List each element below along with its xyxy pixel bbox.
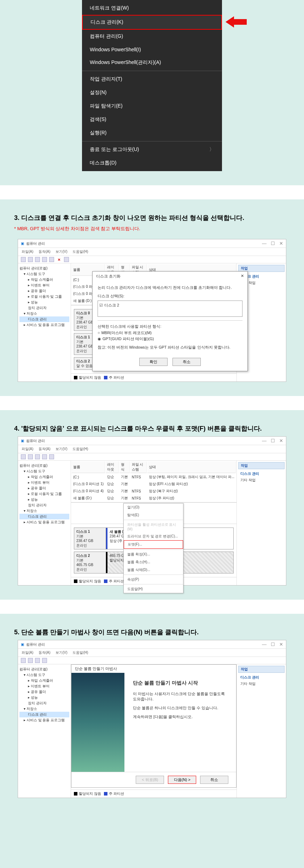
actions-more[interactable]: 기타 작업 xyxy=(238,477,285,483)
ctx-open[interactable]: 열기(O) xyxy=(124,503,183,511)
tree-system-tools[interactable]: ▾ 시스템 도구 xyxy=(19,271,69,277)
next-button[interactable]: 다음(N) > xyxy=(168,776,196,784)
col-volume[interactable]: 볼륨 xyxy=(72,461,105,473)
tree-shared[interactable]: ▸ 공유 폴더 xyxy=(19,485,69,491)
tree-services[interactable]: ▸ 서비스 및 응용 프로그램 xyxy=(19,717,69,723)
tree-users[interactable]: ▸ 로컬 사용자 및 그룹 xyxy=(19,491,69,497)
tree-services[interactable]: ▸ 서비스 및 응용 프로그램 xyxy=(19,322,69,328)
cancel-button[interactable]: 취소 xyxy=(200,776,228,784)
radio-mbr[interactable]: ○MBR(마스터 부트 레코드)(M) xyxy=(98,330,242,336)
col-status[interactable]: 상태 xyxy=(147,461,236,473)
menu-file[interactable]: 파일(A) xyxy=(22,447,33,451)
tree-root[interactable]: 컴퓨터 관리(로컬) xyxy=(19,266,69,271)
tree-scheduler[interactable]: ▸ 작업 스케줄러 xyxy=(19,277,69,282)
maximize-button[interactable]: ☐ xyxy=(271,438,275,443)
tree-eventviewer[interactable]: ▸ 이벤트 뷰어 xyxy=(19,683,69,689)
forward-icon[interactable] xyxy=(28,454,33,459)
menu-action[interactable]: 동작(A) xyxy=(39,651,50,654)
ctx-powershell-admin[interactable]: Windows PowerShell(관리자)(A) xyxy=(82,56,222,69)
tree-eventviewer[interactable]: ▸ 이벤트 뷰어 xyxy=(19,480,69,485)
tree-services[interactable]: ▸ 서비스 및 응용 프로그램 xyxy=(19,519,69,525)
menu-help[interactable]: 도움말(H) xyxy=(72,250,88,254)
menu-action[interactable]: 동작(A) xyxy=(39,250,50,254)
dialog-close-button[interactable]: ✕ xyxy=(241,274,244,279)
tree-users[interactable]: ▸ 로컬 사용자 및 그룹 xyxy=(19,294,69,299)
menu-help[interactable]: 도움말(H) xyxy=(72,447,88,451)
checkbox-icon[interactable]: ☑ xyxy=(99,303,103,307)
ctx-explore[interactable]: 탐색(E) xyxy=(124,511,183,519)
ctx-run[interactable]: 실행(R) xyxy=(82,126,222,140)
tree-perf[interactable]: ▸ 성능 xyxy=(19,497,69,502)
tree-perf[interactable]: ▸ 성능 xyxy=(19,695,69,700)
back-icon[interactable] xyxy=(21,454,26,459)
ctx-powershell[interactable]: Windows PowerShell(I) xyxy=(82,43,222,56)
tree-root[interactable]: 컴퓨터 관리(로컬) xyxy=(19,463,69,468)
table-row[interactable]: 새 볼륨 (D:)단순기본NTFS정상 (주 파티션) xyxy=(72,495,236,501)
tree-shared[interactable]: ▸ 공유 폴더 xyxy=(19,689,69,695)
ctx-desktop[interactable]: 데스크톱(D) xyxy=(82,156,222,170)
ctx-help[interactable]: 도움말(H) xyxy=(124,585,183,593)
ok-button[interactable]: 확인 xyxy=(139,358,168,366)
tree-diskmgmt[interactable]: 디스크 관리 xyxy=(19,712,69,717)
ctx-format[interactable]: 포맷(F)... xyxy=(124,540,183,549)
ctx-settings[interactable]: 설정(N) xyxy=(82,86,222,99)
ctx-shutdown[interactable]: 종료 또는 로그아웃(U) 〉 xyxy=(82,143,222,156)
tree-devmgr[interactable]: 장치 관리자 xyxy=(19,700,69,706)
ctx-network[interactable]: 네트워크 연결(W) xyxy=(82,1,222,15)
actions-more[interactable]: 기타 작업 xyxy=(238,681,285,687)
back-button[interactable]: < 뒤로(B) xyxy=(136,776,164,784)
tree-shared[interactable]: ▸ 공유 폴더 xyxy=(19,288,69,294)
tree-storage[interactable]: ▾ 저장소 xyxy=(19,508,69,514)
ctx-shrink[interactable]: 볼륨 축소(H)... xyxy=(124,558,183,566)
ctx-extend[interactable]: 볼륨 확장(X)... xyxy=(124,550,183,558)
maximize-button[interactable]: ☐ xyxy=(271,241,275,246)
ctx-explorer[interactable]: 파일 탐색기(E) xyxy=(82,99,222,113)
ctx-disk-management[interactable]: 디스크 관리(K) xyxy=(82,15,222,30)
ctx-delete-volume[interactable]: 볼륨 삭제(D)... xyxy=(124,566,183,574)
tree-devmgr[interactable]: 장치 관리자 xyxy=(19,502,69,508)
ctx-change-letter[interactable]: 드라이브 문자 및 경로 변경(C)... xyxy=(124,532,183,540)
forward-icon[interactable] xyxy=(28,658,33,663)
back-icon[interactable] xyxy=(21,658,26,663)
tree-perf[interactable]: ▸ 성능 xyxy=(19,299,69,305)
menu-view[interactable]: 보기(V) xyxy=(55,250,67,254)
tree-storage[interactable]: ▾ 저장소 xyxy=(19,311,69,316)
back-icon[interactable] xyxy=(21,257,26,262)
table-row[interactable]: (디스크 0 파티션 1)단순기본정상 (EFI 시스템 파티션) xyxy=(72,481,236,487)
tree-devmgr[interactable]: 장치 관리자 xyxy=(19,305,69,311)
ctx-computer-management[interactable]: 컴퓨터 관리(G) xyxy=(82,30,222,43)
minimize-button[interactable]: — xyxy=(262,438,267,443)
options-icon[interactable] xyxy=(49,454,54,459)
table-row[interactable]: (디스크 0 파티션 4)단순기본NTFS정상 (복구 파티션) xyxy=(72,488,236,494)
menu-view[interactable]: 보기(V) xyxy=(55,651,67,654)
tree-scheduler[interactable]: ▸ 작업 스케줄러 xyxy=(19,474,69,480)
menu-action[interactable]: 동작(A) xyxy=(39,447,50,451)
refresh-icon[interactable] xyxy=(35,257,40,262)
table-row[interactable]: (C:)단순기본NTFS정상 (부팅, 페이지 파일, 크래시 덤프, 기본 데… xyxy=(72,474,236,480)
col-type[interactable]: 형식 xyxy=(119,461,129,473)
menu-file[interactable]: 파일(A) xyxy=(22,651,33,654)
tree-system-tools[interactable]: ▾ 시스템 도구 xyxy=(19,468,69,474)
tree-root[interactable]: 컴퓨터 관리(로컬) xyxy=(19,666,69,672)
close-button[interactable]: ✕ xyxy=(279,241,283,246)
col-fs[interactable]: 파일 시스템 xyxy=(130,461,147,473)
cancel-button[interactable]: 취소 xyxy=(173,358,201,366)
tree-system-tools[interactable]: ▾ 시스템 도구 xyxy=(19,672,69,678)
options-icon[interactable] xyxy=(49,257,54,262)
help-icon[interactable] xyxy=(42,257,47,262)
actions-section[interactable]: 디스크 관리 xyxy=(238,469,285,477)
tree-eventviewer[interactable]: ▸ 이벤트 뷰어 xyxy=(19,282,69,288)
forward-icon[interactable] xyxy=(28,257,33,262)
actions-section[interactable]: 디스크 관리 xyxy=(238,673,285,681)
help-icon[interactable] xyxy=(42,454,47,459)
tree-storage[interactable]: ▾ 저장소 xyxy=(19,706,69,712)
ctx-taskmgr[interactable]: 작업 관리자(T) xyxy=(82,72,222,86)
menu-help[interactable]: 도움말(H) xyxy=(72,651,88,654)
menu-file[interactable]: 파일(A) xyxy=(22,250,33,254)
properties-icon[interactable] xyxy=(64,257,69,262)
disk-select-list[interactable]: ☑디스크 2 xyxy=(98,301,242,317)
menu-view[interactable]: 보기(V) xyxy=(55,447,67,451)
tree-diskmgmt[interactable]: 디스크 관리 xyxy=(19,514,69,519)
radio-gpt[interactable]: ◉GPT(GUID 파티션 테이블)(G) xyxy=(98,336,242,342)
help-icon[interactable] xyxy=(42,658,47,663)
